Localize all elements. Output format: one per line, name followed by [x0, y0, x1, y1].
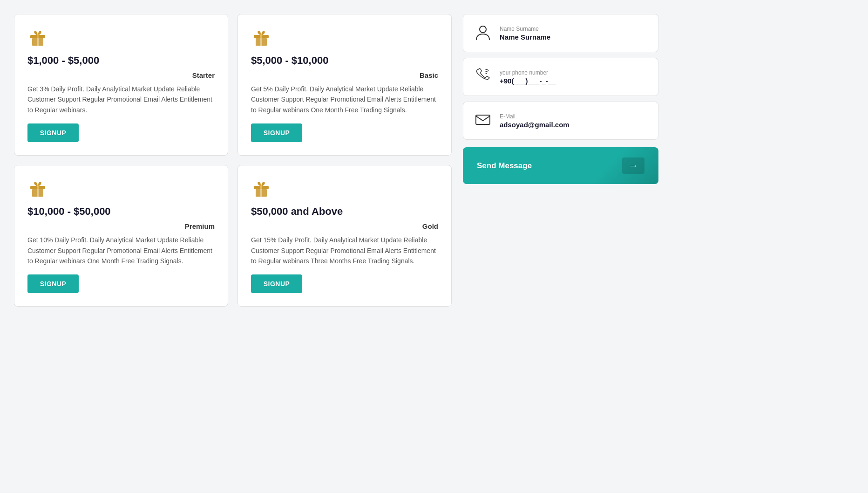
- basic-signup-button[interactable]: SIGNUP: [251, 123, 302, 142]
- name-value: Name Surname: [500, 33, 550, 41]
- email-value: adsoyad@gmail.com: [500, 121, 570, 129]
- basic-price: $5,000 - $10,000: [251, 55, 438, 67]
- send-message-button[interactable]: Send Message →: [463, 147, 658, 184]
- email-card: E-Mail adsoyad@gmail.com: [463, 102, 658, 140]
- gold-signup-button[interactable]: SIGNUP: [251, 274, 302, 293]
- main-layout: $1,000 - $5,000 Starter Get 3% Daily Pro…: [9, 9, 859, 311]
- phone-card: your phone number +90(___)___-_-__: [463, 58, 658, 96]
- plan-card-gold: $50,000 and Above Gold Get 15% Daily Pro…: [237, 165, 452, 307]
- email-label: E-Mail: [500, 113, 570, 120]
- send-message-label: Send Message: [477, 161, 532, 171]
- gift-icon-premium: [27, 178, 48, 199]
- basic-description: Get 5% Daily Profit. Daily Analytical Ma…: [251, 84, 438, 115]
- name-card: Name Surname Name Surname: [463, 14, 658, 52]
- gold-description: Get 15% Daily Profit. Daily Analytical M…: [251, 235, 438, 266]
- starter-price: $1,000 - $5,000: [27, 55, 215, 67]
- basic-name: Basic: [420, 71, 438, 79]
- arrow-icon: →: [622, 157, 644, 174]
- gold-price: $50,000 and Above: [251, 205, 438, 218]
- starter-description: Get 3% Daily Profit. Daily Analytical Ma…: [27, 84, 215, 115]
- email-icon: [475, 111, 491, 130]
- plan-card-premium: $10,000 - $50,000 Premium Get 10% Daily …: [14, 165, 228, 307]
- svg-point-17: [480, 26, 486, 33]
- phone-label: your phone number: [500, 69, 556, 76]
- name-label: Name Surname: [500, 26, 550, 32]
- svg-rect-4: [37, 34, 39, 38]
- svg-rect-16: [260, 185, 262, 189]
- gold-name: Gold: [422, 222, 438, 230]
- sidebar: Name Surname Name Surname your phone num…: [463, 14, 658, 307]
- premium-price: $10,000 - $50,000: [27, 205, 215, 218]
- phone-value: +90(___)___-_-__: [500, 77, 556, 85]
- person-icon: [475, 24, 491, 42]
- starter-name: Starter: [192, 71, 215, 79]
- gift-icon-gold: [251, 178, 271, 199]
- svg-rect-8: [260, 34, 262, 38]
- premium-signup-button[interactable]: SIGNUP: [27, 274, 79, 293]
- premium-name: Premium: [185, 222, 215, 230]
- gift-icon-basic: [251, 27, 271, 48]
- svg-rect-18: [476, 115, 490, 124]
- plan-card-basic: $5,000 - $10,000 Basic Get 5% Daily Prof…: [237, 14, 452, 156]
- starter-signup-button[interactable]: SIGNUP: [27, 123, 79, 142]
- plans-grid: $1,000 - $5,000 Starter Get 3% Daily Pro…: [14, 14, 452, 307]
- gift-icon-starter: [27, 27, 48, 48]
- premium-description: Get 10% Daily Profit. Daily Analytical M…: [27, 235, 215, 266]
- svg-rect-12: [37, 185, 39, 189]
- phone-icon: [475, 68, 491, 86]
- plan-card-starter: $1,000 - $5,000 Starter Get 3% Daily Pro…: [14, 14, 228, 156]
